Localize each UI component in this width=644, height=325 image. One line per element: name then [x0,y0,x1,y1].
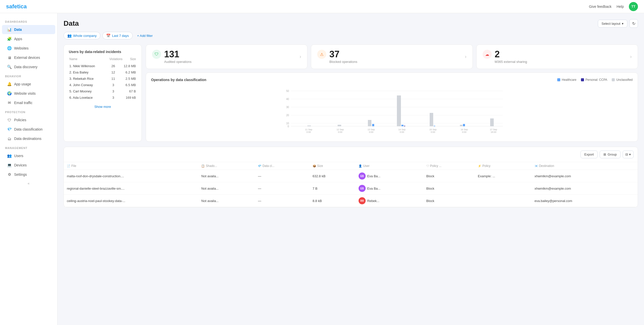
sidebar-item-label-data: Data [14,28,22,32]
whole-company-label: Whole company [73,34,97,38]
cell-policy-0: Example: ... [475,170,532,182]
cell-datacl-0: — [255,170,310,182]
table-row: malta-roof-don-drysdale-construction....… [64,170,638,182]
data-icon: 📊 [7,27,12,32]
sidebar-item-label-settings: Settings [14,172,27,177]
incident-name-4: 5. Carl Mooney [69,89,108,93]
table-container: 📄File📋Shado...💎Data cl...📦Size👤User🛡Poli… [64,162,638,207]
export-button[interactable]: Export [580,151,598,158]
data-destinations-icon: 🗂 [7,136,12,141]
apps-icon: 🧩 [7,37,12,41]
sidebar-item-data[interactable]: 📊Data [2,25,55,34]
refresh-button[interactable]: ↻ [629,19,638,28]
svg-text:30: 30 [286,106,289,109]
sidebar-item-label-data-destinations: Data destinations [14,137,41,141]
unclassified-dot [612,78,615,81]
sidebar-item-external-devices[interactable]: 🖥External devices [2,53,55,62]
users-icon: 👥 [7,154,12,158]
cell-destination-1: xhwmlkm@example.com [532,182,638,195]
audited-icon: 🛡 [152,50,161,59]
svg-text:15 Sep: 15 Sep [429,128,437,131]
svg-text:10: 10 [286,122,289,125]
email-traffic-icon: ✉ [7,101,12,105]
bottom-section: Export ⊞ Group ⊟ ▾ 📄File📋Shado...💎Data [64,147,638,207]
svg-rect-18 [404,126,405,126]
cell-policy-status-1: Block [423,182,475,195]
sidebar-item-data-destinations[interactable]: 🗂Data destinations [2,134,55,143]
top-bar-right: Give feedback Help TT [589,2,638,11]
audited-info: 131 Audited operations [164,50,191,64]
sidebar-item-apps[interactable]: 🧩Apps [2,34,55,43]
sidebar-item-email-traffic[interactable]: ✉Email traffic [2,98,55,107]
chart-title: Operations by data classification [151,78,206,82]
unclassified-label: Unclassified [616,78,633,82]
svg-text:20: 20 [286,114,289,117]
sidebar-section-protection: PROTECTION [0,108,57,115]
group-button[interactable]: ⊞ Group [600,151,621,158]
sidebar-item-websites[interactable]: 🌐Websites [2,44,55,53]
sidebar-item-settings[interactable]: ⚙Settings [2,170,55,179]
table-row: 2. Eva Bailey 12 6.2 MB [69,69,136,76]
stat-cards-row: 🛡 131 Audited operations › ⚠ [146,44,638,69]
page-header: Data Select layout ▾ ↻ [64,19,638,28]
help-link[interactable]: Help [617,5,624,9]
cell-datacl-1: — [255,182,310,195]
sidebar-item-label-data-discovery: Data discovery [14,65,38,69]
col-header-data-cl: 💎Data cl... [255,162,310,170]
table-layout-button[interactable]: ⊟ ▾ [623,151,634,158]
svg-rect-21 [460,125,462,126]
stat-card-audited[interactable]: 🛡 131 Audited operations › [146,44,307,69]
svg-rect-20 [434,126,435,126]
stat-card-blocked[interactable]: ⚠ 37 Blocked operations › [311,44,473,69]
filter-bar: 👥 Whole company 📅 Last 7 days + Add filt… [64,32,638,39]
incident-violations-4: 3 [108,89,118,93]
give-feedback-link[interactable]: Give feedback [589,5,612,9]
select-layout-button[interactable]: Select layout ▾ [598,20,627,28]
svg-text:16 Sep: 16 Sep [461,128,468,131]
stat-card-m365[interactable]: ☁ 2 M365 external sharing › [476,44,638,69]
sidebar-item-data-classification[interactable]: 💎Data classification [2,125,55,134]
sidebar-item-policies[interactable]: 🛡Policies [2,115,55,124]
filter-last-7-days[interactable]: 📅 Last 7 days [102,32,133,39]
blocked-number: 37 [329,50,357,59]
table-row: 3. Rebekah Rice 11 2.5 MB [69,76,136,82]
svg-text:40: 40 [286,98,289,101]
sidebar-section-management: MANAGEMENT [0,143,57,151]
svg-text:0: 0 [287,125,289,128]
m365-icon: ☁ [483,50,492,59]
user-avatar[interactable]: TT [629,2,638,11]
svg-rect-14 [368,120,371,126]
chevron-down-icon: ▾ [622,22,624,26]
sidebar-item-app-usage[interactable]: 🔔App usage [2,80,55,89]
col-header-size: 📦Size [310,162,356,170]
stat-card-audited-left: 🛡 131 Audited operations [152,50,191,64]
svg-text:0:00: 0:00 [462,131,466,133]
cell-datacl-2: — [255,195,310,207]
cell-user-2: RR Rebek... [356,195,423,207]
incident-name-5: 6. Ada Lovelace [69,96,108,99]
sidebar-item-data-discovery[interactable]: 🔍Data discovery [2,62,55,71]
destination-col-icon: 📧 [535,164,538,167]
sidebar-collapse-indicator: « [0,179,57,187]
col-header-shadow: 📋Shado... [198,162,255,170]
incidents-card: Users by data-related incidents Name Vio… [64,44,142,142]
sidebar-item-label-websites: Websites [14,46,28,50]
policy-col-icon: ⚡ [478,164,481,167]
cell-shadow-1: Not availa... [198,182,255,195]
sidebar-item-label-policies: Policies [14,118,26,122]
policy-status-col-icon: 🛡 [426,164,429,167]
healthcare-dot [557,78,560,81]
bottom-toolbar: Export ⊞ Group ⊟ ▾ [64,147,638,162]
sidebar-item-devices[interactable]: 💻Devices [2,161,55,170]
incident-size-1: 6.2 MB [118,70,136,74]
add-filter-button[interactable]: + Add filter [135,32,155,39]
policies-icon: 🛡 [7,118,12,122]
svg-rect-22 [463,124,465,126]
sidebar-item-website-visits[interactable]: 🌍Website visits [2,89,55,98]
show-more-button[interactable]: Show more [69,105,136,109]
filter-whole-company[interactable]: 👥 Whole company [64,32,100,39]
svg-rect-13 [338,125,341,126]
svg-text:17 Sep: 17 Sep [490,128,497,131]
sidebar-item-users[interactable]: 👥Users [2,151,55,160]
cell-size-1: 7 B [310,182,356,195]
